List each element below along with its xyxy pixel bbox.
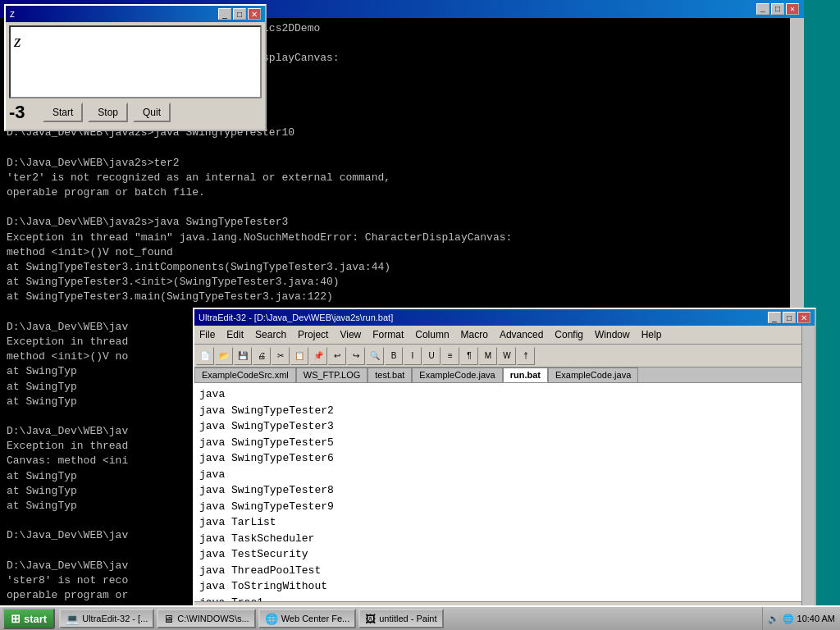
taskbar-time: 10:40 AM	[797, 614, 835, 623]
editor-line: java SwingTypeTester9	[199, 499, 810, 515]
cmd-line: Exception in thread "main" java.lang.NoS…	[7, 231, 797, 245]
cmd-titlebar-controls: _ □ ✕	[756, 3, 799, 15]
ultra-menu-advanced[interactable]: Advanced	[495, 327, 548, 342]
taskbar: ⊞ start 💻UltraEdit-32 - [...🖥C:\WINDOWS\…	[0, 605, 840, 630]
cmd-maximize[interactable]: □	[771, 3, 784, 15]
ultra-menubar: FileEditSearchProjectViewFormatColumnMac…	[194, 326, 815, 345]
editor-line: java SwingTypeTester8	[199, 482, 810, 499]
ultra-scrollbar-v[interactable]	[801, 326, 815, 607]
taskbar-item-3[interactable]: 🖼untitled - Paint	[358, 609, 443, 628]
java-canvas-text: z	[14, 30, 21, 52]
toolbar-cut[interactable]: ✂	[272, 347, 290, 365]
ultra-tab-test-bat[interactable]: test.bat	[368, 368, 412, 382]
java-titlebar: z _ □ ✕	[6, 6, 265, 22]
toolbar-find[interactable]: 🔍	[366, 347, 384, 365]
stop-button[interactable]: Stop	[88, 103, 128, 122]
editor-line: java TarList	[199, 514, 810, 531]
ultra-tab-examplecode-java[interactable]: ExampleCode.java	[412, 368, 502, 382]
ultra-menu-project[interactable]: Project	[293, 327, 333, 342]
start-button[interactable]: Start	[43, 103, 83, 122]
toolbar-paste[interactable]: 📌	[309, 347, 327, 365]
java-minimize[interactable]: _	[218, 8, 231, 20]
ultra-menu-edit[interactable]: Edit	[221, 327, 249, 342]
ultra-menu-format[interactable]: Format	[368, 327, 409, 342]
network-icon[interactable]: 🌐	[783, 614, 794, 624]
java-maximize[interactable]: □	[233, 8, 246, 20]
start-label: start	[24, 613, 47, 625]
taskbar-item-icon-2: 🌐	[265, 613, 278, 625]
ultra-restore[interactable]: □	[783, 312, 796, 323]
java-window: z _ □ ✕ z -3 Start Stop Quit	[4, 4, 267, 131]
java-canvas: z	[9, 25, 262, 98]
ultra-close[interactable]: ✕	[797, 312, 810, 323]
cmd-line	[7, 141, 797, 156]
toolbar-b4[interactable]: ≡	[441, 347, 459, 365]
start-button[interactable]: ⊞ start	[2, 608, 55, 629]
ultra-window: UltraEdit-32 - [D:\Java_Dev\WEB\java2s\r…	[193, 308, 816, 623]
ultra-editor[interactable]: javajava SwingTypeTester2java SwingTypeT…	[194, 383, 815, 601]
cmd-line: D:\Java_Dev\WEB\java2s>java SwingTypeTes…	[7, 215, 797, 230]
editor-line: java	[199, 467, 810, 483]
volume-icon[interactable]: 🔊	[768, 614, 779, 624]
cmd-line	[7, 200, 797, 215]
ultra-menu-file[interactable]: File	[194, 327, 220, 342]
ultra-menu-help[interactable]: Help	[637, 327, 667, 342]
editor-line: java TestSecurity	[199, 546, 810, 563]
toolbar-redo[interactable]: ↪	[347, 347, 365, 365]
ultra-tabs: ExampleCodeSrc.xmlWS_FTP.LOGtest.batExam…	[194, 368, 815, 383]
ultra-tab-ws-ftp-log[interactable]: WS_FTP.LOG	[296, 368, 368, 382]
cmd-line: at SwingTypeTester3.main(SwingTypeTester…	[7, 290, 797, 304]
editor-line: java ToStringWithout	[199, 578, 810, 595]
cmd-minimize[interactable]: _	[756, 3, 769, 15]
toolbar-new[interactable]: 📄	[196, 347, 214, 365]
taskbar-item-0[interactable]: 💻UltraEdit-32 - [...	[59, 609, 154, 628]
cmd-line: D:\Java_Dev\WEB\java2s>ter2	[7, 156, 797, 171]
ultra-minimize[interactable]: _	[768, 312, 781, 323]
java-counter: -3	[9, 102, 38, 123]
java-titlebar-controls: _ □ ✕	[218, 8, 261, 20]
java-controls: -3 Start Stop Quit	[9, 98, 262, 126]
taskbar-items: 💻UltraEdit-32 - [...🖥C:\WINDOWS\s...🌐Web…	[59, 609, 761, 628]
toolbar-b5[interactable]: ¶	[460, 347, 478, 365]
java-close[interactable]: ✕	[248, 8, 261, 20]
toolbar-open[interactable]: 📂	[215, 347, 233, 365]
editor-line: java Tree1	[199, 595, 810, 602]
cmd-line: at SwingTypeTester3.<init>(SwingTypeTest…	[7, 275, 797, 290]
ultra-menu-config[interactable]: Config	[550, 327, 588, 342]
ultra-tab-examplecode-java[interactable]: ExampleCode.java	[548, 368, 638, 382]
taskbar-tray: 🔊 🌐 10:40 AM	[762, 607, 840, 630]
quit-button[interactable]: Quit	[133, 103, 171, 122]
taskbar-item-2[interactable]: 🌐Web Center Fe...	[258, 609, 357, 628]
taskbar-item-icon-3: 🖼	[365, 613, 376, 625]
toolbar-copy[interactable]: 📋	[290, 347, 308, 365]
ultra-tab-run-bat[interactable]: run.bat	[503, 368, 548, 382]
toolbar-b7[interactable]: W	[498, 347, 516, 365]
editor-line: java TaskScheduler	[199, 531, 810, 547]
toolbar-b6[interactable]: M	[479, 347, 497, 365]
toolbar-print[interactable]: 🖨	[253, 347, 271, 365]
toolbar-b8[interactable]: †	[517, 347, 535, 365]
ultra-menu-search[interactable]: Search	[250, 327, 291, 342]
toolbar-undo[interactable]: ↩	[328, 347, 346, 365]
toolbar-b1[interactable]: B	[385, 347, 403, 365]
windows-logo-icon: ⊞	[11, 612, 21, 625]
taskbar-item-1[interactable]: 🖥C:\WINDOWS\s...	[157, 609, 255, 628]
ultra-titlebar: UltraEdit-32 - [D:\Java_Dev\WEB\java2s\r…	[194, 309, 815, 326]
ultra-menu-window[interactable]: Window	[590, 327, 635, 342]
toolbar-b2[interactable]: I	[404, 347, 422, 365]
ultra-menu-view[interactable]: View	[335, 327, 366, 342]
ultra-tab-examplecodesrc-xml[interactable]: ExampleCodeSrc.xml	[194, 368, 296, 382]
cmd-line: method <init>()V not_found	[7, 245, 797, 260]
cmd-close[interactable]: ✕	[786, 3, 799, 15]
java-content: z -3 Start Stop Quit	[6, 22, 265, 130]
ultra-menu-column[interactable]: Column	[410, 327, 454, 342]
java-title: z	[10, 8, 15, 20]
ultra-menu-macro[interactable]: Macro	[456, 327, 493, 342]
toolbar-b3[interactable]: U	[422, 347, 441, 365]
editor-line: java	[199, 386, 810, 403]
cmd-line: at SwingTypeTester3.initComponents(Swing…	[7, 260, 797, 275]
ultra-titlebar-controls: _ □ ✕	[768, 312, 810, 323]
editor-line: java SwingTypeTester3	[199, 418, 810, 435]
toolbar-save[interactable]: 💾	[234, 347, 252, 365]
taskbar-item-icon-0: 💻	[66, 613, 79, 625]
